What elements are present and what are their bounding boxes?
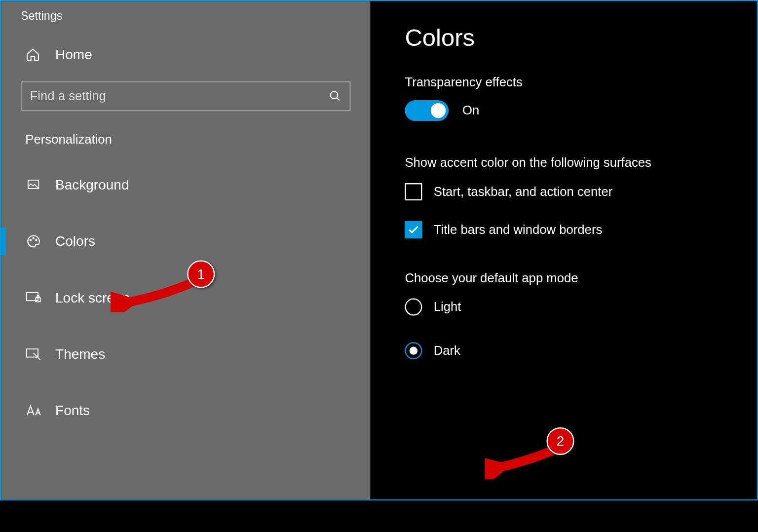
transparency-label: Transparency effects [405,75,757,90]
checkbox-label: Start, taskbar, and action center [434,184,612,199]
nav-item-fonts[interactable]: Fonts [1,392,370,429]
transparency-toggle[interactable] [405,100,449,121]
search-box[interactable] [21,81,351,112]
nav-item-colors[interactable]: Colors [1,223,370,260]
svg-point-0 [331,91,338,99]
nav-item-label: Colors [55,233,95,250]
checkbox-label: Title bars and window borders [434,222,603,237]
app-mode-group: Choose your default app mode Light Dark [405,270,757,359]
radio-light[interactable]: Light [405,299,757,316]
svg-line-1 [337,98,339,100]
home-icon [25,47,40,62]
svg-point-3 [30,239,32,241]
nav-item-label: Fonts [55,403,90,419]
home-label: Home [55,47,92,63]
lockscreen-icon [25,290,41,306]
transparency-state: On [462,103,479,118]
nav-item-lock-screen[interactable]: Lock screen [1,279,370,316]
radio-label: Dark [434,343,460,358]
accent-surfaces-group: Show accent color on the following surfa… [405,155,757,238]
radio-icon [405,299,422,316]
search-icon [329,90,341,103]
themes-icon [25,346,41,362]
section-header: Personalization [1,111,370,147]
sidebar: Settings Home Personalization Background [1,1,370,499]
home-nav[interactable]: Home [1,23,370,63]
window-title: Settings [1,1,370,22]
settings-window: Settings Home Personalization Background [0,0,758,500]
svg-point-4 [33,237,34,239]
checkbox-title-bars[interactable]: Title bars and window borders [405,221,757,238]
nav-item-background[interactable]: Background [1,166,370,203]
picture-icon [25,177,41,193]
checkbox-start-taskbar[interactable]: Start, taskbar, and action center [405,183,757,200]
checkbox-icon [405,221,422,238]
app-mode-header: Choose your default app mode [405,270,757,285]
fonts-icon [25,403,41,419]
search-input[interactable] [30,89,329,104]
nav-list: Background Colors Lock screen [1,166,370,429]
annotation-bubble-2: 2 [546,427,574,455]
palette-icon [25,233,41,250]
radio-label: Light [434,300,461,314]
page-title: Colors [405,24,757,52]
accent-surfaces-header: Show accent color on the following surfa… [405,155,757,170]
annotation-bubble-1: 1 [187,260,215,288]
nav-item-themes[interactable]: Themes [1,336,370,373]
radio-dark[interactable]: Dark [405,342,757,359]
nav-item-label: Themes [55,346,105,362]
nav-item-label: Background [55,177,129,193]
radio-icon [405,342,422,359]
main-content: Colors Transparency effects On Show acce… [370,1,757,499]
transparency-group: Transparency effects On [405,75,757,121]
checkbox-icon [405,183,422,200]
svg-point-5 [36,239,37,241]
nav-item-label: Lock screen [55,290,130,306]
svg-rect-6 [27,293,38,301]
